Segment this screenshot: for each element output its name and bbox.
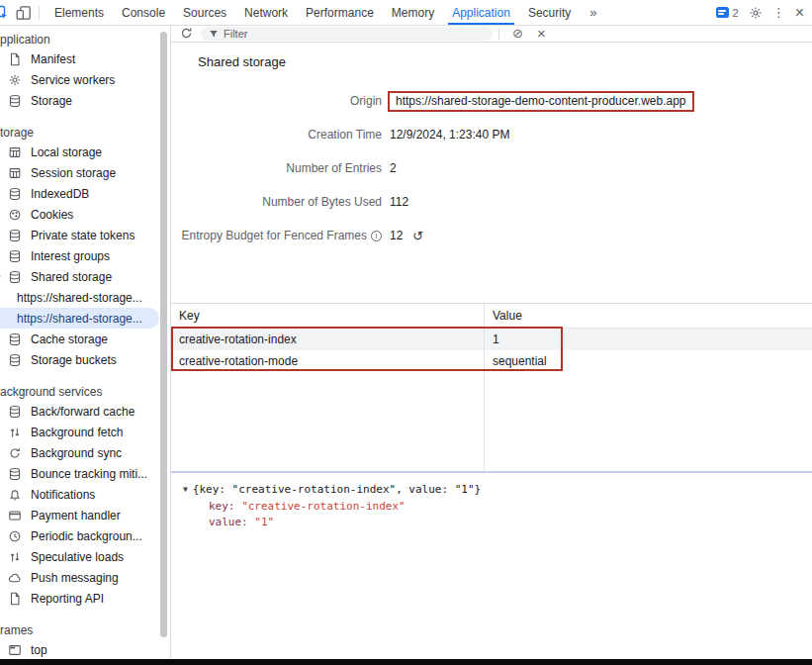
tab-elements[interactable]: Elements (45, 0, 113, 25)
expander-caret-icon[interactable]: ▾ (0, 272, 1, 282)
refresh-button[interactable] (180, 27, 193, 40)
devtools-tabbar: ElementsConsoleSourcesNetworkPerformance… (0, 0, 812, 26)
tab-sources[interactable]: Sources (174, 0, 235, 25)
card-icon (8, 509, 22, 522)
property-value: "1" (254, 515, 274, 530)
tabbar-left-icons (0, 0, 45, 25)
application-sidebar: pplicationManifestService workersStorage… (0, 25, 170, 659)
sidebar-item-storage[interactable]: Storage (0, 90, 170, 111)
property-value: "creative-rotation-index" (241, 499, 406, 515)
database-icon (8, 94, 22, 108)
filter-input[interactable]: Filter (201, 27, 493, 41)
sidebar-item-label: Background sync (31, 446, 122, 460)
shared-storage-panel: Filter ⊘ × Shared storage Originhttps://… (170, 25, 812, 659)
delete-selected-button[interactable]: × (537, 26, 546, 41)
meta-row-number-of-entries: Number of Entries2 (171, 151, 812, 185)
meta-value: 12 (390, 229, 403, 242)
arrows-icon (8, 550, 22, 564)
toolbar-separator (498, 28, 499, 40)
inspect-element-icon[interactable] (0, 5, 10, 21)
sidebar-item-local-storage[interactable]: Local storage (0, 142, 170, 162)
gear-icon (8, 73, 22, 87)
expand-triangle-icon[interactable]: ▼ (183, 482, 188, 498)
sidebar-section-header: pplication (0, 30, 170, 48)
database-icon (8, 270, 22, 284)
panel-toolbar: Filter ⊘ × (171, 25, 812, 43)
more-tabs-icon[interactable]: » (580, 0, 606, 25)
tab-application[interactable]: Application (443, 0, 519, 25)
sidebar-item-label: Reporting API (31, 592, 104, 606)
table-row[interactable]: creative-rotation-modesequential (171, 350, 812, 372)
sidebar-item-indexeddb[interactable]: IndexedDB (0, 183, 170, 204)
table-row[interactable]: creative-rotation-index1 (171, 329, 812, 350)
sidebar-section-header: torage (0, 123, 170, 142)
reset-budget-button[interactable]: ↺ (412, 230, 423, 242)
close-devtools-icon[interactable]: × (795, 5, 804, 21)
sidebar-item-label: Push messaging (31, 571, 119, 585)
tab-network[interactable]: Network (235, 0, 297, 25)
sidebar-item-session-storage[interactable]: Session storage (0, 162, 170, 183)
tab-performance[interactable]: Performance (297, 0, 383, 25)
column-resize-handle[interactable] (484, 304, 485, 472)
meta-row-creation-time: Creation Time12/9/2024, 1:23:40 PM (171, 118, 812, 151)
sidebar-item-top[interactable]: top (0, 639, 170, 659)
sidebar-item-private-state-tokens[interactable]: Private state tokens (0, 225, 170, 245)
sidebar-scrollbar[interactable] (160, 32, 167, 637)
sidebar-item-reporting-api[interactable]: Reporting API (0, 588, 170, 609)
sidebar-item-https-shared-storage[interactable]: https://shared-storage... (0, 308, 159, 329)
meta-label: Entropy Budget for Fenced Frames (182, 229, 367, 242)
meta-value: 112 (390, 195, 408, 209)
sidebar-item-background-fetch[interactable]: Background fetch (0, 422, 170, 442)
sidebar-item-manifest[interactable]: Manifest (0, 48, 170, 69)
more-options-icon[interactable]: ⋮ (772, 5, 785, 20)
page-title: Shared storage (198, 54, 812, 69)
sidebar-item-payment-handler[interactable]: Payment handler (0, 505, 170, 525)
sidebar-item-interest-groups[interactable]: Interest groups (0, 245, 170, 266)
database-icon (8, 229, 22, 242)
sidebar-item-label: Speculative loads (31, 550, 124, 564)
sidebar-item-label: top (31, 643, 47, 657)
sidebar-item-periodic-backgroun[interactable]: Periodic backgroun... (0, 525, 170, 546)
sidebar-item-shared-storage[interactable]: ▾Shared storage (0, 266, 170, 287)
database-icon (8, 187, 22, 201)
column-header-value[interactable]: Value (484, 309, 812, 323)
sidebar-item-cache-storage[interactable]: Cache storage (0, 329, 170, 349)
funnel-icon (209, 29, 219, 39)
sidebar-item-cookies[interactable]: Cookies (0, 204, 170, 225)
console-bubble-icon (716, 7, 729, 18)
arrows-icon (8, 426, 22, 439)
tab-security[interactable]: Security (519, 0, 580, 25)
clear-all-button[interactable]: ⊘ (512, 27, 523, 40)
sidebar-item-label: Service workers (31, 73, 115, 87)
sidebar-item-label: https://shared-storage... (17, 312, 142, 326)
sidebar-item-label: IndexedDB (31, 187, 89, 201)
console-messages-badge[interactable]: 2 (716, 7, 739, 19)
database-icon (8, 353, 22, 367)
sidebar-item-background-sync[interactable]: Background sync (0, 442, 170, 463)
sidebar-item-label: Bounce tracking miti... (31, 467, 147, 481)
table-cell-value: 1 (484, 332, 812, 346)
sidebar-item-label: Payment handler (31, 509, 121, 522)
sidebar-item-notifications[interactable]: Notifications (0, 484, 170, 505)
device-toolbar-icon[interactable] (16, 5, 32, 21)
property-name: value: (209, 515, 254, 530)
settings-gear-icon[interactable] (749, 6, 763, 20)
sidebar-item-label: Shared storage (31, 270, 112, 284)
meta-row-entropy-budget-for-fenced-frames: Entropy Budget for Fenced Framesi12↺ (171, 219, 812, 252)
filter-placeholder: Filter (224, 28, 247, 40)
sidebar-item-push-messaging[interactable]: Push messaging (0, 567, 170, 588)
table-cell-key: creative-rotation-mode (171, 354, 484, 368)
sidebar-item-back-forward-cache[interactable]: Back/forward cache (0, 401, 170, 422)
sidebar-item-speculative-loads[interactable]: Speculative loads (0, 546, 170, 567)
sidebar-item-storage-buckets[interactable]: Storage buckets (0, 349, 170, 370)
meta-label: Number of Bytes Used (262, 195, 382, 209)
tab-console[interactable]: Console (113, 0, 174, 25)
sidebar-item-https-shared-storage[interactable]: https://shared-storage... (0, 287, 170, 308)
sidebar-item-label: Periodic backgroun... (31, 529, 142, 543)
tab-memory[interactable]: Memory (383, 0, 443, 25)
table-icon (8, 166, 22, 180)
info-icon[interactable]: i (371, 231, 382, 241)
sidebar-item-bounce-tracking-miti[interactable]: Bounce tracking miti... (0, 463, 170, 484)
column-header-key[interactable]: Key (171, 309, 484, 323)
sidebar-item-service-workers[interactable]: Service workers (0, 69, 170, 90)
